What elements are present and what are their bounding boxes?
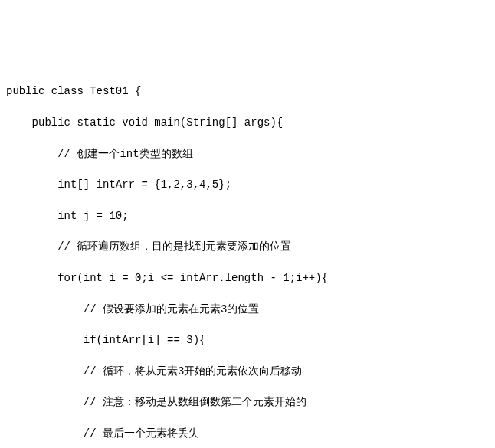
code-line: public class Test01 { <box>6 83 489 99</box>
code-line: int[] intArr = {1,2,3,4,5}; <box>6 177 489 192</box>
code-line: // 最后一个元素将丢失 <box>6 426 489 441</box>
code-line: // 创建一个int类型的数组 <box>6 146 489 162</box>
code-line: // 循环，将从元素3开始的元素依次向后移动 <box>6 364 489 379</box>
code-line: int j = 10; <box>6 208 489 224</box>
code-line: if(intArr[i] == 3){ <box>6 332 489 348</box>
code-block: public class Test01 { public static void… <box>6 68 489 448</box>
code-line: // 循环遍历数组，目的是找到元素要添加的位置 <box>6 239 489 254</box>
code-line: // 注意：移动是从数组倒数第二个元素开始的 <box>6 394 489 410</box>
code-line: // 假设要添加的元素在元素3的位置 <box>6 302 489 317</box>
code-line: public static void main(String[] args){ <box>6 115 489 130</box>
code-line: for(int i = 0;i <= intArr.length - 1;i++… <box>6 270 489 286</box>
